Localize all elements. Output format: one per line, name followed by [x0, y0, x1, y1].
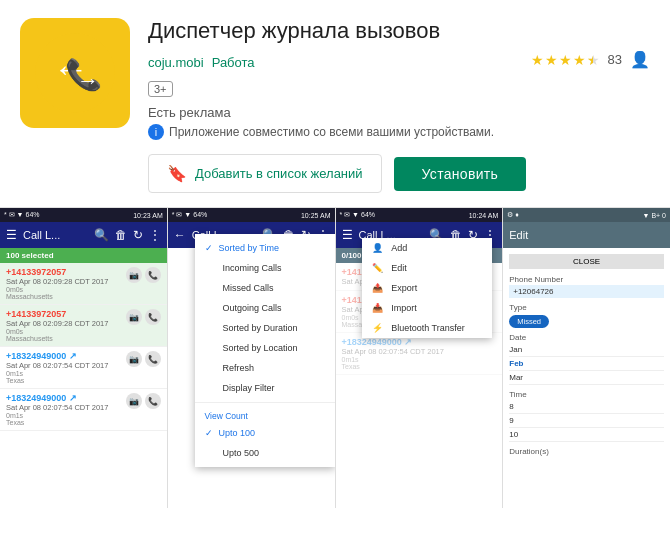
view-count-section: View Count ✓ Upto 100 Upto 500 — [195, 403, 335, 467]
bluetooth-icon: ⚡ — [372, 323, 383, 333]
star-rating: ★ ★ ★ ★ ★★ — [531, 52, 600, 68]
search-icon-1: 🔍 — [94, 228, 109, 242]
dropdown-by-location[interactable]: Sorted by Location — [195, 338, 335, 358]
call-item-1-2[interactable]: 📷 📞 +14133972057 Sat Apr 08 02:09:28 CDT… — [0, 305, 167, 347]
screenshots-section: * ✉ ▼ 64% 10:23 AM ☰ Call L... 🔍 🗑 ↻ ⋮ 1… — [0, 208, 670, 508]
phone-screen-2: * ✉ ▼ 64% 10:25 AM ← Call L... 🔍 🗑 ↻ ⋮ ✓… — [168, 208, 335, 508]
wishlist-button[interactable]: 🔖 Добавить в список желаний — [148, 154, 382, 193]
check-icon: ✓ — [205, 243, 213, 253]
call-detail-2: 0m0s — [6, 328, 161, 335]
call-location: Massachusetts — [6, 293, 161, 300]
sort-section: ✓ Sorted by Time Incoming Calls Missed C… — [195, 234, 335, 403]
dropdown-sorted-time[interactable]: ✓ Sorted by Time — [195, 238, 335, 258]
status-right-3: 10:24 AM — [469, 212, 499, 219]
star-3: ★ — [559, 52, 572, 68]
action-buttons: 🔖 Добавить в список желаний Установить — [148, 154, 650, 193]
screenshot-4: ⚙ ♦ ▼ B+ 0 Edit CLOSE Phone Number +1206… — [503, 208, 670, 508]
context-edit[interactable]: ✏️ Edit — [362, 258, 492, 278]
dropdown-menu: ✓ Sorted by Time Incoming Calls Missed C… — [195, 234, 335, 467]
time-label: Time — [509, 390, 664, 399]
toolbar-title-1: Call L... — [23, 229, 88, 241]
phone-number-label: Phone Number — [509, 275, 664, 284]
phone-number-field: Phone Number +12064726 — [509, 275, 664, 298]
star-5-half: ★★ — [587, 52, 600, 68]
status-bar-1: * ✉ ▼ 64% 10:23 AM — [0, 208, 167, 222]
app-info-section: ← 📞 → Диспетчер журнала вызовов coju.mob… — [0, 0, 670, 208]
call-detail: 0m0s — [6, 286, 161, 293]
month-mar[interactable]: Mar — [509, 371, 664, 385]
time-9[interactable]: 9 — [509, 414, 664, 428]
camera-icon: 📷 — [126, 267, 142, 283]
edit-icon: ✏️ — [372, 263, 383, 273]
app-category[interactable]: Работа — [212, 55, 255, 70]
view-count-label: View Count — [195, 407, 335, 423]
date-label: Date — [509, 333, 664, 342]
screenshot-3: * ✉ ▼ 64% 10:24 AM ☰ Call L... 🔍 🗑 ↻ ⋮ 0… — [336, 208, 504, 508]
install-button[interactable]: Установить — [394, 157, 526, 191]
edit-title: Edit — [509, 229, 664, 241]
screenshot-1: * ✉ ▼ 64% 10:23 AM ☰ Call L... 🔍 🗑 ↻ ⋮ 1… — [0, 208, 168, 508]
call-detail-3: 0m1s — [6, 370, 161, 377]
more-icon-1: ⋮ — [149, 228, 161, 242]
phone-icon-3: 📞 — [145, 351, 161, 367]
month-feb[interactable]: Feb — [509, 357, 664, 371]
camera-icon-4: 📷 — [126, 393, 142, 409]
status-right-2: 10:25 AM — [301, 212, 331, 219]
bg-call-3: +18324949000 ↗ Sat Apr 08 02:07:54 CDT 2… — [336, 333, 503, 375]
app-icon: ← 📞 → — [20, 18, 130, 128]
call-item-1-4[interactable]: 📷 📞 +18324949000 ↗ Sat Apr 08 02:07:54 C… — [0, 389, 167, 431]
context-export[interactable]: 📤 Export — [362, 278, 492, 298]
context-import[interactable]: 📥 Import — [362, 298, 492, 318]
dropdown-missed[interactable]: Missed Calls — [195, 278, 335, 298]
dropdown-incoming[interactable]: Incoming Calls — [195, 258, 335, 278]
call-item-1-3[interactable]: 📷 📞 +18324949000 ↗ Sat Apr 08 02:07:54 C… — [0, 347, 167, 389]
call-location-3: Texas — [6, 377, 161, 384]
time-8[interactable]: 8 — [509, 400, 664, 414]
status-right-4: ▼ B+ 0 — [643, 212, 666, 219]
call-list-1: 📷 📞 +14133972057 Sat Apr 08 02:09:28 CDT… — [0, 263, 167, 508]
context-add[interactable]: 👤 Add — [362, 238, 492, 258]
month-list: Jan Feb Mar — [509, 343, 664, 385]
star-1: ★ — [531, 52, 544, 68]
dropdown-outgoing[interactable]: Outgoing Calls — [195, 298, 335, 318]
ad-notice: Есть реклама — [148, 105, 650, 120]
dropdown-display-filter[interactable]: Display Filter — [195, 378, 335, 398]
phone-screen-4: ⚙ ♦ ▼ B+ 0 Edit CLOSE Phone Number +1206… — [503, 208, 670, 508]
phone-screen-3: * ✉ ▼ 64% 10:24 AM ☰ Call L... 🔍 🗑 ↻ ⋮ 0… — [336, 208, 503, 508]
edit-form: CLOSE Phone Number +12064726 Type Missed… — [503, 248, 670, 463]
dropdown-upto100[interactable]: ✓ Upto 100 — [195, 423, 335, 443]
call-location-4: Texas — [6, 419, 161, 426]
dropdown-upto500[interactable]: Upto 500 — [195, 443, 335, 463]
phone-number-value[interactable]: +12064726 — [509, 285, 664, 298]
status-bar-3: * ✉ ▼ 64% 10:24 AM — [336, 208, 503, 222]
app-details: Диспетчер журнала вызовов coju.mobi Рабо… — [148, 18, 650, 193]
compat-text: Приложение совместимо со всеми вашими ус… — [169, 125, 494, 139]
close-button[interactable]: CLOSE — [509, 254, 664, 269]
type-field: Type Missed — [509, 303, 664, 328]
rating-row: ★ ★ ★ ★ ★★ 83 👤 — [531, 50, 650, 69]
selected-bar-1: 100 selected — [0, 248, 167, 263]
menu-icon-3: ☰ — [342, 228, 353, 242]
app-title: Диспетчер журнала вызовов — [148, 18, 650, 44]
dropdown-refresh[interactable]: Refresh — [195, 358, 335, 378]
month-jan[interactable]: Jan — [509, 343, 664, 357]
status-left-2: * ✉ ▼ 64% — [172, 211, 208, 219]
app-meta: coju.mobi Работа ★ ★ ★ ★ ★★ 83 👤 — [148, 50, 650, 75]
status-left-3: * ✉ ▼ 64% — [340, 211, 376, 219]
duration-label: Duration(s) — [509, 447, 664, 456]
type-label: Type — [509, 303, 664, 312]
status-left-1: * ✉ ▼ 64% — [4, 211, 40, 219]
export-icon: 📤 — [372, 283, 383, 293]
app-publisher[interactable]: coju.mobi — [148, 55, 204, 70]
screenshot-2: * ✉ ▼ 64% 10:25 AM ← Call L... 🔍 🗑 ↻ ⋮ ✓… — [168, 208, 336, 508]
time-10[interactable]: 10 — [509, 428, 664, 442]
context-bluetooth[interactable]: ⚡ Bluetooth Transfer — [362, 318, 492, 338]
date-field: Date Jan Feb Mar — [509, 333, 664, 385]
dropdown-by-duration[interactable]: Sorted by Duration — [195, 318, 335, 338]
check-icon-2: ✓ — [205, 428, 213, 438]
missed-chip[interactable]: Missed — [509, 315, 549, 328]
type-chips: Missed — [509, 315, 664, 328]
call-item-1-1[interactable]: 📷 📞 +14133972057 Sat Apr 08 02:09:28 CDT… — [0, 263, 167, 305]
call-detail-4: 0m1s — [6, 412, 161, 419]
refresh-icon-1: ↻ — [133, 228, 143, 242]
